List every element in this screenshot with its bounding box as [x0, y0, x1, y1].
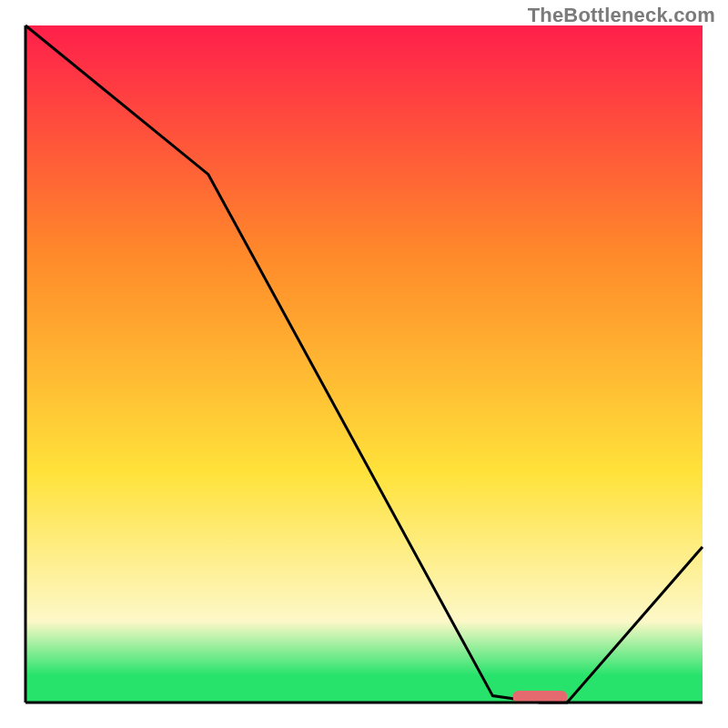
- watermark-text: TheBottleneck.com: [528, 4, 715, 27]
- chart-container: { "watermark": "TheBottleneck.com", "col…: [0, 0, 728, 728]
- bottleneck-chart: [0, 0, 728, 728]
- plot-background: [25, 25, 703, 703]
